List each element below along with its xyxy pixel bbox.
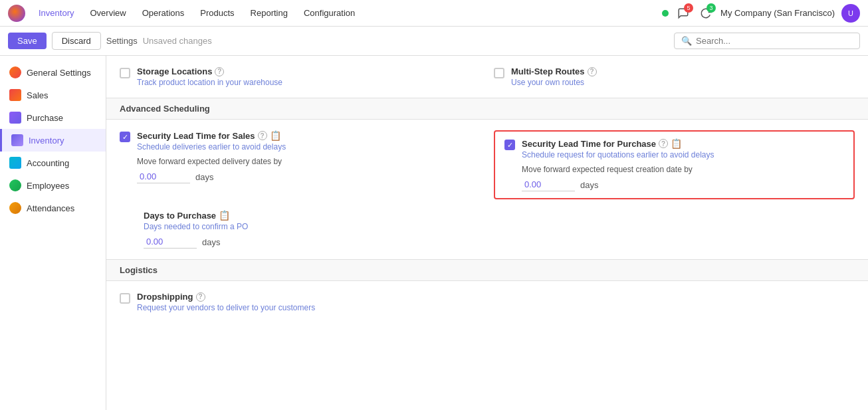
security-lead-purchase-input[interactable] — [522, 178, 575, 191]
sidebar-label-purchase: Purchase — [27, 113, 63, 123]
security-lead-sales-move-label: Move forward expected delivery dates by — [137, 157, 286, 166]
nav-item-operations[interactable]: Operations — [136, 5, 191, 21]
security-lead-purchase-move-label: Move forward expected request creation d… — [522, 165, 714, 174]
multi-step-routes-desc: Use your own routes — [511, 78, 597, 87]
days-to-purchase-input[interactable] — [144, 235, 197, 249]
dropshipping-setting: Dropshipping ? Request your vendors to d… — [120, 292, 855, 312]
days-to-purchase-label: Days to Purchase 📋 — [144, 210, 248, 221]
attendances-icon — [9, 202, 21, 214]
security-lead-sales-days: days — [195, 172, 213, 182]
sidebar-item-general-settings[interactable]: General Settings — [0, 61, 106, 84]
nav-item-products[interactable]: Products — [193, 5, 241, 21]
top-settings-grid: Storage Locations ? Track product locati… — [120, 66, 855, 87]
storage-locations-checkbox[interactable] — [120, 68, 130, 78]
discard-button[interactable]: Discard — [52, 32, 101, 50]
security-lead-sales-help-icon[interactable]: ? — [258, 131, 267, 140]
inventory-icon — [11, 134, 23, 146]
multi-step-routes-help-icon[interactable]: ? — [588, 67, 597, 76]
sidebar-item-attendances[interactable]: Attendances — [0, 197, 106, 219]
advanced-scheduling-header: Advanced Scheduling — [106, 98, 868, 120]
security-lead-purchase-checkbox[interactable]: ✓ — [504, 140, 515, 150]
dropshipping-checkbox[interactable] — [120, 293, 130, 304]
sidebar-label-attendances: Attendances — [27, 203, 74, 213]
security-lead-purchase-input-row: days — [522, 178, 714, 191]
dropshipping-label: Dropshipping ? — [137, 292, 315, 302]
sidebar: General Settings Sales Purchase Inventor… — [0, 56, 106, 410]
storage-locations-desc: Track product location in your warehouse — [137, 78, 282, 87]
nav-right: 5 3 My Company (San Francisco) U — [662, 4, 860, 23]
status-dot — [662, 10, 669, 17]
user-avatar[interactable]: U — [841, 4, 860, 23]
storage-locations-setting: Storage Locations ? Track product locati… — [120, 66, 481, 87]
nav-item-reporting[interactable]: Reporting — [244, 5, 294, 21]
messages-badge: 5 — [684, 3, 693, 13]
sidebar-item-accounting[interactable]: Accounting — [0, 152, 106, 174]
messages-icon[interactable]: 5 — [675, 5, 691, 21]
advanced-scheduling-grid: ✓ Security Lead Time for Sales ? 📋 Sched… — [120, 130, 855, 199]
logistics-section: Logistics Dropshipping ? Request your ve… — [106, 259, 868, 323]
search-input[interactable] — [696, 36, 853, 46]
dropshipping-content: Dropshipping ? Request your vendors to d… — [137, 292, 315, 312]
security-lead-sales-input-row: days — [137, 170, 286, 183]
employees-icon — [9, 179, 21, 191]
dropshipping-help-icon[interactable]: ? — [196, 292, 205, 302]
top-settings-area: Storage Locations ? Track product locati… — [106, 56, 868, 98]
search-bar[interactable]: 🔍 — [674, 33, 860, 49]
refresh-icon[interactable]: 3 — [698, 5, 714, 21]
checkmark-sales: ✓ — [122, 133, 128, 142]
multi-step-routes-content: Multi-Step Routes ? Use your own routes — [511, 66, 597, 87]
advanced-scheduling-section: Advanced Scheduling ✓ Security Lead Time… — [106, 98, 868, 259]
multi-step-routes-setting: Multi-Step Routes ? Use your own routes — [494, 66, 855, 87]
security-lead-purchase-setting: ✓ Security Lead Time for Purchase ? 📋 Sc… — [494, 130, 855, 199]
unsaved-changes-label: Unsaved changes — [143, 36, 212, 46]
security-lead-purchase-label: Security Lead Time for Purchase ? 📋 — [522, 138, 714, 149]
sidebar-label-accounting: Accounting — [27, 158, 69, 168]
storage-locations-label: Storage Locations ? — [137, 66, 282, 76]
toolbar: Save Discard Settings Unsaved changes 🔍 — [0, 27, 868, 56]
sidebar-label-employees: Employees — [27, 181, 69, 191]
security-lead-purchase-desc: Schedule request for quotations earlier … — [522, 150, 714, 159]
security-lead-sales-calendar-icon[interactable]: 📋 — [270, 130, 281, 141]
multi-step-routes-checkbox[interactable] — [494, 68, 504, 78]
security-lead-purchase-help-icon[interactable]: ? — [659, 139, 668, 148]
nav-item-configuration[interactable]: Configuration — [297, 5, 362, 21]
save-button[interactable]: Save — [8, 33, 47, 49]
security-lead-sales-checkbox[interactable]: ✓ — [120, 132, 130, 142]
days-to-purchase-desc: Days needed to confirm a PO — [144, 222, 248, 231]
search-icon: 🔍 — [681, 36, 692, 46]
sidebar-label-inventory: Inventory — [29, 136, 64, 146]
days-to-purchase-days: days — [202, 237, 220, 247]
settings-label: Settings — [106, 36, 138, 46]
days-to-purchase-content: Days to Purchase 📋 Days needed to confir… — [144, 210, 248, 249]
top-nav: Inventory Overview Operations Products R… — [0, 0, 868, 27]
days-to-purchase-setting: Days to Purchase 📋 Days needed to confir… — [120, 210, 855, 249]
purchase-icon — [9, 112, 21, 124]
security-lead-sales-input[interactable] — [137, 170, 190, 183]
security-lead-sales-setting: ✓ Security Lead Time for Sales ? 📋 Sched… — [120, 130, 481, 199]
sidebar-item-purchase[interactable]: Purchase — [0, 106, 106, 129]
days-to-purchase-calendar-icon[interactable]: 📋 — [219, 210, 230, 221]
sidebar-item-employees[interactable]: Employees — [0, 174, 106, 197]
company-name[interactable]: My Company (San Francisco) — [720, 8, 835, 18]
dropshipping-desc: Request your vendors to deliver to your … — [137, 303, 315, 312]
sidebar-item-inventory[interactable]: Inventory — [0, 129, 106, 152]
sidebar-label-general-settings: General Settings — [27, 68, 91, 78]
nav-item-overview[interactable]: Overview — [83, 5, 132, 21]
logistics-body: Dropshipping ? Request your vendors to d… — [106, 281, 868, 323]
sidebar-label-sales: Sales — [27, 90, 49, 100]
advanced-scheduling-body: ✓ Security Lead Time for Sales ? 📋 Sched… — [106, 120, 868, 259]
main-content: Storage Locations ? Track product locati… — [106, 56, 868, 410]
days-to-purchase-input-row: days — [144, 235, 248, 249]
storage-locations-help-icon[interactable]: ? — [215, 67, 224, 76]
sales-icon — [9, 89, 21, 101]
accounting-icon — [9, 157, 21, 169]
refresh-badge: 3 — [706, 3, 716, 13]
multi-step-routes-label: Multi-Step Routes ? — [511, 66, 597, 76]
days-to-purchase-section: Days to Purchase 📋 Days needed to confir… — [120, 210, 855, 249]
sidebar-item-sales[interactable]: Sales — [0, 84, 106, 106]
security-lead-purchase-inner: ✓ Security Lead Time for Purchase ? 📋 Sc… — [504, 138, 844, 191]
nav-item-inventory[interactable]: Inventory — [32, 5, 80, 21]
security-lead-sales-content: Security Lead Time for Sales ? 📋 Schedul… — [137, 130, 286, 183]
security-lead-purchase-calendar-icon[interactable]: 📋 — [671, 138, 682, 149]
security-lead-sales-label: Security Lead Time for Sales ? 📋 — [137, 130, 286, 141]
